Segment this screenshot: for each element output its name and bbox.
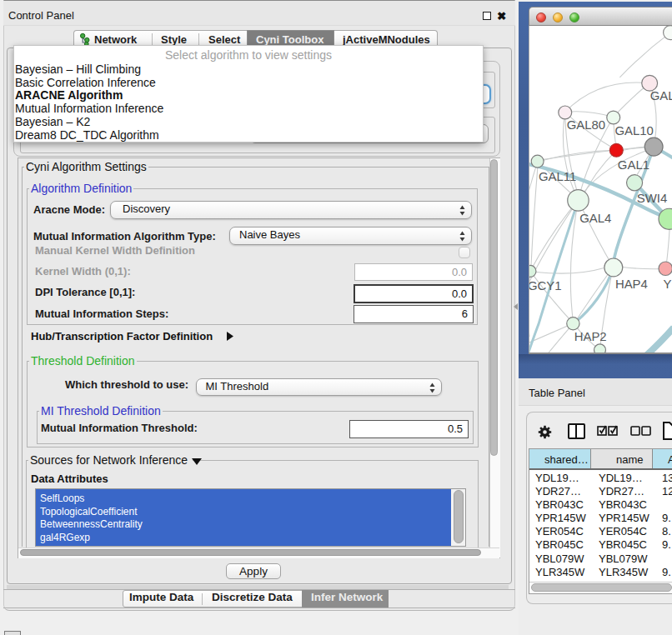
- svg-text:GAL1: GAL1: [618, 158, 649, 172]
- svg-text:HAP4: HAP4: [615, 278, 648, 291]
- svg-text:SWI4: SWI4: [637, 192, 667, 205]
- svg-text:GAL: GAL: [650, 89, 672, 102]
- svg-text:HAP2: HAP2: [574, 330, 607, 343]
- svg-text:GAL4: GAL4: [579, 212, 611, 225]
- svg-text:GAL11: GAL11: [539, 170, 576, 183]
- svg-text:GAL10: GAL10: [614, 124, 653, 138]
- svg-text:GCY1: GCY1: [529, 279, 562, 292]
- svg-text:Y: Y: [664, 278, 672, 291]
- svg-text:GAL80: GAL80: [567, 118, 605, 132]
